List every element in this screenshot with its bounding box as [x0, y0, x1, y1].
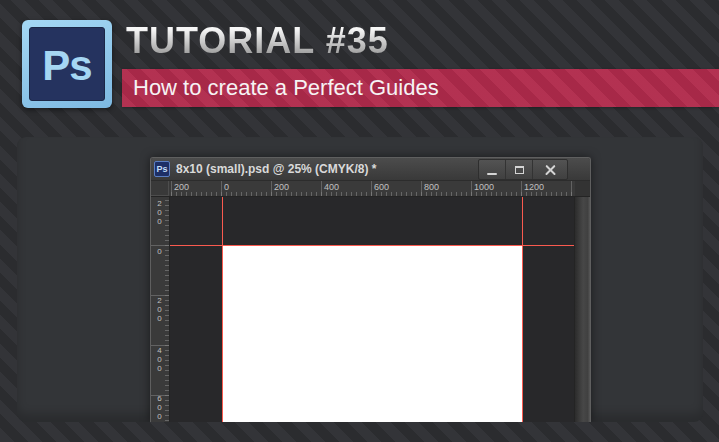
close-icon [545, 164, 556, 175]
ruler-origin-corner[interactable] [151, 181, 169, 196]
photoshop-logo-text: Ps [42, 41, 91, 87]
window-titlebar[interactable]: Ps 8x10 (small).psd @ 25% (CMYK/8) * [151, 158, 590, 181]
tutorial-title: TUTORIAL #35 [126, 21, 389, 61]
window-title: 8x10 (small).psd @ 25% (CMYK/8) * [176, 162, 376, 176]
h-ruler-label: 1000 [474, 182, 494, 192]
photoshop-document-window: Ps 8x10 (small).psd @ 25% (CMYK/8) * [150, 157, 591, 422]
close-button[interactable] [532, 160, 567, 179]
tutorial-subtitle-banner: How to create a Perfect Guides [122, 69, 719, 107]
vertical-ruler-minor-ticks [165, 200, 169, 422]
vertical-guide-left[interactable] [222, 197, 223, 422]
ruler-filler [575, 181, 590, 196]
screenshot-panel: Ps 8x10 (small).psd @ 25% (CMYK/8) * [17, 137, 703, 422]
v-ruler-label: 0 [154, 247, 164, 256]
document-pasteboard[interactable] [170, 197, 574, 422]
v-ruler-label: 200 [154, 199, 164, 226]
h-ruler-label: 200 [174, 182, 189, 192]
h-ruler-label: 0 [224, 182, 229, 192]
h-ruler-label: 800 [424, 182, 439, 192]
vertical-scrollbar[interactable] [574, 197, 590, 422]
maximize-button[interactable] [505, 160, 532, 179]
window-controls [478, 159, 568, 180]
horizontal-ruler-minor-ticks [171, 192, 575, 196]
ruler-row: 200 0 200 400 600 800 1000 1200 [151, 181, 590, 197]
vertical-guide-right[interactable] [522, 197, 523, 422]
photoshop-file-icon-text: Ps [156, 164, 167, 174]
h-ruler-label: 400 [324, 182, 339, 192]
v-ruler-label: 400 [154, 346, 164, 373]
window-body: 200 0 200 400 600 [151, 197, 590, 422]
tutorial-subtitle: How to create a Perfect Guides [133, 75, 439, 100]
v-ruler-label: 200 [154, 296, 164, 323]
v-ruler-label: 600 [154, 394, 164, 421]
maximize-icon [515, 166, 524, 174]
minimize-icon [487, 173, 497, 175]
photoshop-logo: Ps [22, 20, 112, 108]
horizontal-guide-top[interactable] [170, 245, 574, 246]
photoshop-logo-inner: Ps [29, 27, 105, 101]
horizontal-ruler[interactable]: 200 0 200 400 600 800 1000 1200 [169, 181, 575, 196]
photoshop-file-icon: Ps [154, 161, 170, 177]
document-canvas[interactable] [222, 246, 522, 422]
h-ruler-label: 600 [374, 182, 389, 192]
h-ruler-label: 1200 [524, 182, 544, 192]
minimize-button[interactable] [479, 160, 505, 179]
vertical-ruler[interactable]: 200 0 200 400 600 [151, 197, 170, 422]
h-ruler-label: 200 [274, 182, 289, 192]
